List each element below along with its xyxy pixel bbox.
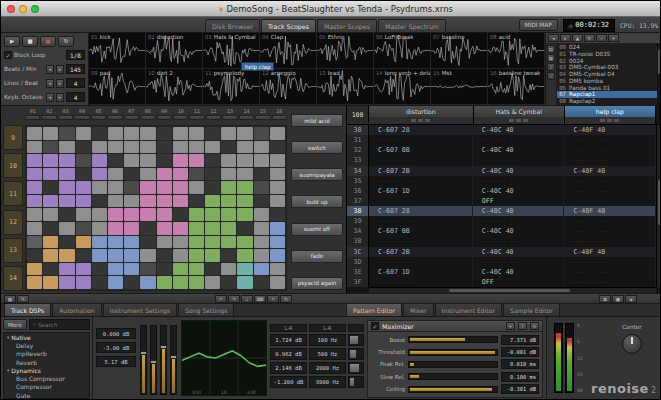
matrix-cell[interactable]: [221, 141, 236, 154]
matrix-cell[interactable]: [221, 276, 236, 289]
matrix-mute-button[interactable]: [272, 115, 287, 120]
matrix-cell[interactable]: [124, 141, 139, 154]
matrix-cell[interactable]: [157, 181, 172, 194]
matrix-mute-button[interactable]: [25, 115, 40, 120]
matrix-cell[interactable]: [189, 127, 204, 140]
selected-track-chip[interactable]: help clap: [241, 62, 274, 71]
library-icon[interactable]: ▦: [547, 54, 555, 62]
octave-decrement-icon[interactable]: ◂: [46, 93, 54, 102]
matrix-cell[interactable]: [124, 249, 139, 262]
zoom-window-button[interactable]: [31, 5, 39, 13]
matrix-cell[interactable]: [92, 222, 107, 235]
bpm-value[interactable]: 145: [66, 64, 85, 74]
scope-cell[interactable]: 01kick: [89, 33, 146, 69]
matrix-cell[interactable]: [205, 208, 220, 221]
pattern-name-button[interactable]: suomipayala: [291, 168, 343, 181]
file-row[interactable]: 04DM5-Cymbal 04: [557, 71, 657, 78]
matrix-cell[interactable]: [59, 168, 74, 181]
pattern-row[interactable]: 3F--- -- --OFF--- -- --: [347, 277, 656, 287]
matrix-cell[interactable]: [124, 236, 139, 249]
matrix-cell[interactable]: [221, 127, 236, 140]
matrix-cell[interactable]: [27, 249, 42, 262]
matrix-cell[interactable]: [254, 249, 269, 262]
sequence-position[interactable]: 10: [3, 153, 23, 178]
block-loop-value[interactable]: 1/8: [66, 50, 85, 60]
note-cell[interactable]: C-40F 40: [564, 206, 656, 216]
matrix-mute-button[interactable]: [189, 115, 204, 120]
matrix-cell[interactable]: [140, 127, 155, 140]
dsp-item[interactable]: Reverb: [4, 358, 89, 366]
pattern-row[interactable]: 3B--- -- ----- -- ----- -- --: [347, 236, 656, 246]
matrix-cell[interactable]: [27, 168, 42, 181]
note-cell[interactable]: --- -- --: [564, 226, 656, 236]
tab-pattern-editor[interactable]: Pattern Editor: [346, 303, 402, 316]
scope-cell[interactable]: 16bassline tweak: [488, 69, 545, 105]
note-cell[interactable]: --- -- --: [564, 216, 656, 226]
matrix-cell[interactable]: [157, 168, 172, 181]
matrix-cell[interactable]: [221, 208, 236, 221]
matrix-cell[interactable]: [237, 195, 252, 208]
forward-icon[interactable]: ▸: [560, 34, 571, 42]
note-cell[interactable]: --- -- --: [564, 257, 656, 267]
matrix-cell[interactable]: [124, 154, 139, 167]
matrix-cell[interactable]: [270, 222, 285, 235]
note-cell[interactable]: C-40C 40: [473, 206, 565, 216]
eq-routing-2[interactable]: L-R: [309, 324, 346, 332]
keyjazz-icon[interactable]: ⌨: [254, 295, 266, 303]
matrix-cell[interactable]: [92, 208, 107, 221]
note-cell[interactable]: C-40C 40: [473, 186, 565, 196]
matrix-cell[interactable]: [92, 276, 107, 289]
matrix-cell[interactable]: [43, 141, 58, 154]
scope-cell[interactable]: 07bassline: [431, 33, 488, 69]
matrix-cell[interactable]: [43, 181, 58, 194]
note-cell[interactable]: --- -- --: [564, 135, 656, 145]
matrix-cell[interactable]: [76, 181, 91, 194]
matrix-cell[interactable]: [92, 141, 107, 154]
matrix-cell[interactable]: [254, 168, 269, 181]
file-row[interactable]: 00024: [557, 44, 657, 51]
matrix-cell[interactable]: [270, 249, 285, 262]
note-cell[interactable]: --- -- --: [369, 155, 473, 165]
matrix-cell[interactable]: [189, 141, 204, 154]
scope-cell[interactable]: 14long verb + delay: [374, 69, 431, 105]
matrix-mute-button[interactable]: [239, 115, 254, 120]
play-button[interactable]: ▶: [4, 36, 20, 47]
matrix-cell[interactable]: [254, 195, 269, 208]
note-cell[interactable]: C-40C 40: [473, 166, 565, 176]
matrix-cell[interactable]: [108, 127, 123, 140]
scope-cell[interactable]: 11psymelody: [203, 69, 260, 105]
dsp-item[interactable]: Delay: [4, 341, 89, 349]
param-value[interactable]: 7.371 dB: [501, 335, 539, 345]
refresh-icon[interactable]: ⟳: [584, 34, 595, 42]
matrix-cell[interactable]: [140, 168, 155, 181]
matrix-cell[interactable]: [237, 181, 252, 194]
matrix-cell[interactable]: [59, 208, 74, 221]
matrix-mute-button[interactable]: [173, 115, 188, 120]
matrix-cell[interactable]: [124, 181, 139, 194]
param-slider[interactable]: [408, 386, 498, 393]
back-icon[interactable]: ◂: [548, 34, 559, 42]
device-parameter-value[interactable]: -3.00 dB: [96, 342, 136, 353]
octave-increment-icon[interactable]: ▸: [56, 93, 64, 102]
matrix-cell[interactable]: [221, 168, 236, 181]
matrix-mute-button[interactable]: [255, 115, 270, 120]
matrix-cell[interactable]: [43, 195, 58, 208]
matrix-cell[interactable]: [254, 181, 269, 194]
octave-value[interactable]: 4: [66, 92, 85, 102]
matrix-cell[interactable]: [157, 195, 172, 208]
eq-bw-slider[interactable]: [348, 376, 364, 388]
matrix-cell[interactable]: [254, 127, 269, 140]
matrix-cell[interactable]: [27, 141, 42, 154]
matrix-cell[interactable]: [43, 249, 58, 262]
matrix-cell[interactable]: [254, 263, 269, 276]
note-cell[interactable]: --- -- --: [564, 186, 656, 196]
pattern-row[interactable]: 34C-607 2BC-40C 40C-40F 40: [347, 166, 656, 176]
matrix-cell[interactable]: [27, 276, 42, 289]
matrix-cell[interactable]: [140, 195, 155, 208]
matrix-cell[interactable]: [124, 276, 139, 289]
matrix-cell[interactable]: [157, 208, 172, 221]
param-value[interactable]: 0.010 ms: [501, 359, 539, 369]
matrix-cell[interactable]: [237, 276, 252, 289]
matrix-cell[interactable]: [92, 249, 107, 262]
device-vslider[interactable]: [140, 325, 147, 395]
